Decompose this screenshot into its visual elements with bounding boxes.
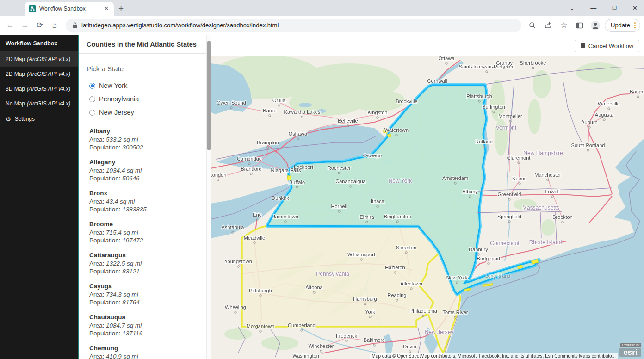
state-radio-option[interactable]: New York [89,82,200,89]
county-list-item: Bronx Area: 43.4 sq mi Population: 13838… [89,189,200,213]
sandbox-sidebar: Workflow Sandbox 2D Map (ArcGIS API v3.x… [0,35,78,359]
map-label: Lowell [545,189,559,194]
map-label: Niagara Falls [271,167,301,173]
state-radio-option[interactable]: New Jersey [89,109,200,116]
browser-tab[interactable]: Workflow Sandbox ✕ [25,2,114,16]
map-label: London [211,172,226,178]
map-label: Ithaca [371,198,385,204]
state-radio-label: New Jersey [99,109,134,116]
sidebar-item-settings[interactable]: ⚙ Settings [0,111,78,127]
county-name: Chemung [89,344,200,353]
map-label: Oswego [363,153,382,158]
tab-close-icon[interactable]: ✕ [103,5,110,12]
map-canvas[interactable]: OttawaSaint-Jean-sur-RichelieuGranbySher… [211,56,644,359]
new-tab-button[interactable]: + [118,4,124,14]
county-list-item: Albany Area: 533.2 sq mi Population: 300… [89,127,200,151]
map-label: Dover [403,344,417,349]
map-label: Dunkirk [272,195,289,201]
map-label: Bridgeport [477,256,501,261]
forward-icon[interactable]: → [19,19,31,32]
map-label: Ashtabula [222,224,245,230]
share-icon[interactable] [542,19,555,32]
map-label: Oshawa [289,131,308,136]
update-label: Update [611,22,630,29]
map-label: Harrisburg [353,296,377,302]
settings-label: Settings [15,116,35,122]
basemap[interactable]: OttawaSaint-Jean-sur-RichelieuGranbySher… [211,56,644,359]
radio-icon[interactable] [89,96,95,102]
map-label: Vermont [496,124,517,131]
powered-by-label: POWERED BY [620,343,641,347]
county-area: Area: 715.4 sq mi [89,229,200,236]
map-label: New Jersey [425,329,454,335]
radio-icon[interactable] [89,110,95,116]
map-label: Buffalo [289,180,305,185]
map-label: Morgantown [247,323,275,329]
county-area: Area: 43.4 sq mi [89,198,200,205]
home-icon[interactable]: ⌂ [48,19,61,32]
address-bar[interactable]: latitudegeo.apps.vertigisstudio.com/work… [66,19,521,32]
county-population: Population: 1383835 [89,205,200,213]
map-label: Long Island [485,273,510,279]
window-menu-icon[interactable]: ⌄ [570,5,575,12]
workflow-toolbar: Cancel Workflow [211,35,644,56]
map-label: Augusta [595,112,614,118]
county-area: Area: 734.3 sq mi [89,291,200,298]
reload-icon[interactable]: ⟳ [33,19,46,32]
sidebar-item-no-map[interactable]: No Map (ArcGIS API v4.x) [0,96,78,111]
esri-brand: esri [619,348,641,357]
map-label: Rutland [475,139,493,144]
map-label: New York [446,275,468,280]
map-label: Frederick [336,333,357,339]
back-icon[interactable]: ← [4,19,17,32]
browser-toolbar: ← → ⟳ ⌂ latitudegeo.apps.vertigisstudio.… [0,16,644,35]
sidebar-item-2d-map[interactable]: 2D Map (ArcGIS API v4.x) [0,67,78,81]
update-button[interactable]: Update [605,19,640,32]
county-name: Bronx [89,189,200,198]
window-maximize-icon[interactable]: ❐ [612,5,617,11]
map-label: Keene [512,176,527,181]
map-label: Orillia [272,98,286,103]
map-label: Greenfield [498,192,521,197]
window-minimize-icon[interactable]: — [590,5,596,12]
sidebar-item-3d-map[interactable]: 3D Map (ArcGIS API v4.x) [0,81,78,96]
map-label: Toms River [442,309,468,315]
sidebar-item-2d-map[interactable]: 2D Map (ArcGIS API v3.x) [0,52,78,67]
bookmark-star-icon[interactable]: ☆ [557,19,570,32]
state-radio-option[interactable]: Pennsylvania [89,95,200,103]
window-close-icon[interactable]: ✕ [632,5,638,12]
map-label: New Hampshire [523,150,563,156]
map-label: Auburn [581,119,597,125]
panel-scrollbar[interactable] [206,35,211,359]
map-label: Jamestown [272,214,298,219]
county-list-item: Chemung Area: 410.9 sq mi [89,344,200,359]
map-label: Elmira [359,214,374,220]
url-text: latitudegeo.apps.vertigisstudio.com/work… [81,22,279,29]
state-radio-label: Pennsylvania [99,95,139,103]
radio-icon[interactable] [89,83,95,89]
map-label: Washington [292,353,319,359]
pick-state-label: Pick a State [87,65,200,73]
zoom-icon[interactable] [526,19,539,32]
side-panel-icon[interactable] [573,19,586,32]
county-name: Allegany [89,158,200,167]
map-label: Pennsylvania [316,271,349,277]
map-label: Cornwall [427,78,447,84]
county-list-item: Allegany Area: 1034.4 sq mi Population: … [89,158,200,182]
map-label: Owen Sound [217,100,246,105]
stop-icon [581,43,585,48]
map-label: Canandaigua [335,179,366,184]
panel-scrollbar-thumb[interactable] [207,41,211,150]
map-label: Connecticut [490,240,520,247]
map-area: Cancel Workflow [211,35,644,359]
county-area: Area: 410.9 sq mi [89,353,200,359]
county-list-item: Chautauqua Area: 1084.7 sq mi Population… [89,313,200,337]
cancel-workflow-button[interactable]: Cancel Workflow [575,40,639,52]
map-label: Brantford [241,166,261,172]
map-label: Scranton [396,245,416,250]
map-label: Barrie [263,108,276,113]
browser-menu-icon[interactable] [633,22,637,28]
profile-avatar[interactable] [589,19,602,32]
map-label: Rhode Island [529,239,562,246]
map-label: Granby [496,60,513,66]
